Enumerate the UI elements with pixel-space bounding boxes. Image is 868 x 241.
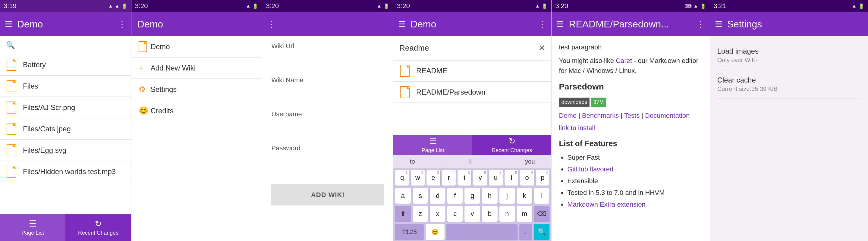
key-r[interactable]: 4r	[442, 170, 456, 185]
file-icon-egg	[6, 144, 17, 157]
key-t[interactable]: 5t	[458, 170, 471, 185]
key-y[interactable]: 6y	[473, 170, 487, 185]
key-period[interactable]: .	[519, 224, 532, 240]
result-readme[interactable]: README	[393, 60, 551, 81]
add-wiki-button[interactable]: ADD WIKI	[271, 184, 384, 205]
menu-icon-6[interactable]: ☰	[715, 19, 722, 29]
search-value[interactable]: Readme	[399, 43, 538, 53]
documentation-link[interactable]: Documentation	[645, 112, 689, 119]
list-item-cats[interactable]: Files/Cats.jpeg	[0, 118, 131, 139]
more-icon-form[interactable]: ⋮	[267, 19, 276, 29]
file-icon-aj	[6, 101, 17, 114]
more-icon-4[interactable]: ⋮	[538, 19, 547, 29]
key-l[interactable]: l	[534, 188, 550, 204]
close-search-icon[interactable]: ✕	[538, 43, 545, 53]
key-k[interactable]: k	[517, 188, 532, 204]
suggestions-bar: to I you	[393, 155, 551, 169]
key-shift[interactable]: ⬆	[395, 206, 411, 222]
key-v[interactable]: v	[464, 206, 480, 222]
menu-icon-1[interactable]: ☰	[5, 19, 12, 29]
tests-link[interactable]: Tests	[624, 112, 640, 119]
drawer-item-add[interactable]: + Add New Wiki	[131, 58, 262, 79]
bottom-nav-pagelist[interactable]: ☰ Page List	[0, 214, 65, 241]
form-input-username[interactable]	[271, 120, 384, 133]
key-search[interactable]: 🔍	[534, 224, 550, 240]
benchmarks-link[interactable]: Benchmarks	[582, 112, 619, 119]
form-field-url: Wiki Url	[271, 42, 384, 67]
list-item-aj[interactable]: Files/AJ Scr.png	[0, 97, 131, 118]
time-4: 3:20	[397, 2, 410, 10]
list-item-battery[interactable]: Battery	[0, 54, 131, 75]
markdown-extra-link[interactable]: Markdown Extra extension	[567, 201, 645, 208]
suggestion-divider-2	[498, 157, 498, 166]
form-label-password: Password	[271, 144, 384, 152]
drawer-item-credits[interactable]: 😊 Credits	[131, 100, 262, 122]
keyboard-row-3: ⬆ z x c v b n m ⌫	[393, 205, 551, 223]
panel-drawer: 3:20 ▲ 🔋 Demo Demo + Add New Wiki ⚙ Sett…	[131, 0, 262, 241]
list-item-label-hidden: Files/Hidden worlds test.mp3	[23, 168, 116, 176]
key-e[interactable]: 3e	[427, 170, 440, 185]
key-p[interactable]: 0p	[536, 170, 550, 185]
result-label-readme: README	[416, 67, 447, 75]
list-item-egg[interactable]: Files/Egg.svg	[0, 140, 131, 161]
load-images-subtitle: Only over WiFi	[717, 57, 861, 64]
key-u[interactable]: 7u	[489, 170, 503, 185]
more-icon-1[interactable]: ⋮	[118, 19, 126, 29]
settings-item-clear-cache[interactable]: Clear cache Current size:35.39 KiB	[717, 70, 861, 99]
key-q[interactable]: 1q	[395, 170, 409, 185]
settings-item-load-images[interactable]: Load images Only over WiFi	[717, 41, 861, 70]
more-icon-5[interactable]: ⋮	[696, 19, 705, 29]
list-item-hidden[interactable]: Files/Hidden worlds test.mp3	[0, 161, 131, 182]
key-backspace[interactable]: ⌫	[534, 206, 550, 222]
key-space[interactable]	[446, 224, 518, 240]
wifi-icon-5: ▲	[693, 3, 698, 9]
github-link[interactable]: GitHub flavored	[567, 165, 613, 173]
pagelist-label-4: Page List	[422, 147, 444, 153]
key-x[interactable]: x	[430, 206, 445, 222]
key-symbols[interactable]: ?123	[395, 224, 424, 240]
result-icon-readme	[399, 64, 410, 77]
bottom-nav-recent-4[interactable]: ↻ Recent Changes	[472, 135, 551, 155]
drawer-item-settings[interactable]: ⚙ Settings	[131, 79, 262, 100]
key-s[interactable]: s	[412, 188, 428, 204]
key-a[interactable]: a	[395, 188, 411, 204]
panel-main-list: 3:19 ▲ ▲ 🔋 ☰ Demo ⋮ 🔍 Battery Files File…	[0, 0, 131, 241]
key-b[interactable]: b	[482, 206, 498, 222]
result-parsedown[interactable]: README/Parsedown	[393, 82, 551, 103]
bottom-nav-pagelist-4[interactable]: ☰ Page List	[393, 135, 472, 155]
suggestion-to[interactable]: to	[404, 158, 421, 165]
key-o[interactable]: 9o	[520, 170, 534, 185]
menu-icon-5[interactable]: ☰	[556, 19, 564, 29]
form-input-url[interactable]	[271, 53, 384, 65]
key-d[interactable]: d	[430, 188, 445, 204]
suggestion-you[interactable]: you	[519, 158, 541, 165]
key-c[interactable]: c	[447, 206, 463, 222]
search-results: README README/Parsedown	[393, 60, 551, 103]
drawer-label-demo: Demo	[151, 42, 170, 51]
caret-link[interactable]: Caret	[616, 57, 632, 65]
key-m[interactable]: m	[517, 206, 532, 222]
form-input-name[interactable]	[271, 87, 384, 99]
key-i[interactable]: 8i	[504, 170, 518, 185]
status-left-2: 3:20	[135, 2, 148, 10]
suggestion-i[interactable]: I	[463, 158, 477, 165]
status-bar-1: 3:19 ▲ ▲ 🔋	[0, 0, 131, 12]
key-w[interactable]: 2w	[411, 170, 425, 185]
menu-icon-4[interactable]: ☰	[398, 19, 406, 29]
key-z[interactable]: z	[412, 206, 428, 222]
key-n[interactable]: n	[499, 206, 515, 222]
key-h[interactable]: h	[482, 188, 498, 204]
install-link[interactable]: link to install	[559, 124, 595, 132]
list-item-files[interactable]: Files	[0, 76, 131, 97]
form-input-password[interactable]	[271, 154, 384, 167]
key-f[interactable]: f	[447, 188, 463, 204]
status-right-6: ▲ 🔋	[852, 3, 864, 9]
pagelist-label: Page List	[22, 230, 44, 236]
demo-link[interactable]: Demo	[559, 112, 577, 119]
key-emoji[interactable]: 😊	[426, 224, 444, 240]
drawer-item-demo[interactable]: Demo	[131, 36, 262, 57]
bottom-nav-recentchanges[interactable]: ↻ Recent Changes	[65, 214, 131, 241]
search-icon-1: 🔍	[6, 41, 15, 49]
key-g[interactable]: g	[464, 188, 480, 204]
key-j[interactable]: j	[499, 188, 515, 204]
